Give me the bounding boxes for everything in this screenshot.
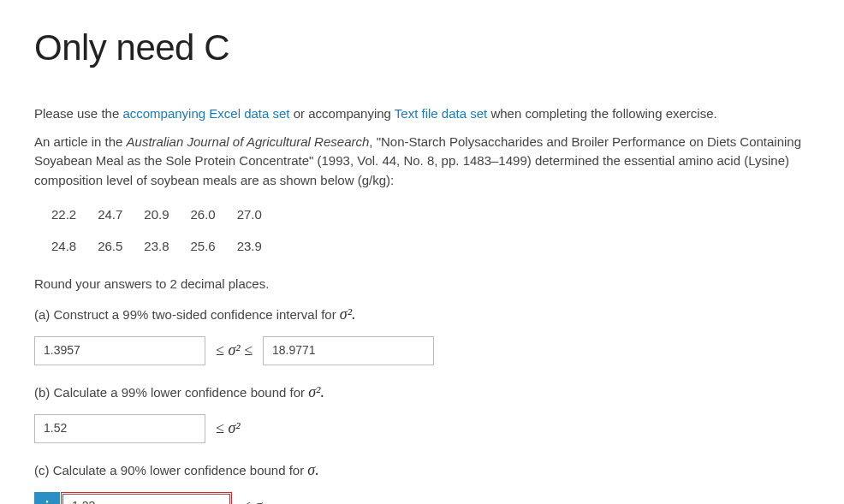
page-title: Only need C xyxy=(34,27,810,68)
inequality-leq-sigma: ≤ σ xyxy=(242,495,262,504)
sigma-squared-symbol: σ². xyxy=(308,383,324,400)
part-c-prompt: (c) Calculate a 90% lower confidence bou… xyxy=(34,459,810,482)
data-cell: 20.9 xyxy=(144,205,187,225)
excel-data-link[interactable]: accompanying Excel data set xyxy=(122,106,289,121)
info-icon[interactable]: i xyxy=(34,492,60,505)
data-row-2: 24.8 26.5 23.8 25.6 23.9 xyxy=(51,237,810,257)
part-a-prompt: (a) Construct a 99% two-sided confidence… xyxy=(34,303,810,326)
sigma-symbol: σ. xyxy=(307,461,318,478)
journal-title: Australian Journal of Agricultural Resea… xyxy=(127,134,370,149)
inequality-sigma2-between: ≤ σ² ≤ xyxy=(216,339,253,362)
content-area: Please use the accompanying Excel data s… xyxy=(34,104,810,504)
text-data-link[interactable]: Text file data set xyxy=(395,106,487,121)
part-a-answer-row: 1.3957 ≤ σ² ≤ 18.9771 xyxy=(34,336,810,365)
data-cell: 26.0 xyxy=(191,205,234,225)
data-row-1: 22.2 24.7 20.9 26.0 27.0 xyxy=(51,205,810,225)
data-cell: 25.6 xyxy=(191,237,234,257)
sigma-squared-symbol: σ². xyxy=(340,305,356,323)
part-c-answer-row: i 1.23 ≤ σ xyxy=(34,492,810,505)
data-cell: 23.8 xyxy=(144,237,187,257)
part-a-upper-input[interactable]: 18.9771 xyxy=(263,336,434,365)
part-c-attempt-group: i 1.23 xyxy=(34,492,232,505)
data-cell: 23.9 xyxy=(237,237,280,257)
data-cell: 27.0 xyxy=(237,205,280,225)
article-paragraph: An article in the Australian Journal of … xyxy=(34,133,810,191)
data-cell: 24.7 xyxy=(98,205,140,225)
data-cell: 24.8 xyxy=(51,237,94,257)
intro-mid: or accompanying xyxy=(290,106,395,121)
part-c-text: (c) Calculate a 90% lower confidence bou… xyxy=(34,463,307,477)
intro-prefix: Please use the xyxy=(34,106,122,121)
part-a-lower-input[interactable]: 1.3957 xyxy=(34,336,205,365)
part-b-text: (b) Calculate a 99% lower confidence bou… xyxy=(34,385,308,400)
data-cell: 22.2 xyxy=(51,205,94,225)
intro-paragraph: Please use the accompanying Excel data s… xyxy=(34,104,810,124)
intro-suffix: when completing the following exercise. xyxy=(487,106,716,121)
inequality-leq-sigma2: ≤ σ² xyxy=(216,417,241,440)
part-b-lower-input[interactable]: 1.52 xyxy=(34,414,205,443)
part-b-prompt: (b) Calculate a 99% lower confidence bou… xyxy=(34,381,810,404)
data-cell: 26.5 xyxy=(98,237,140,257)
round-note: Round your answers to 2 decimal places. xyxy=(34,275,810,294)
part-b-answer-row: 1.52 ≤ σ² xyxy=(34,414,810,443)
data-table: 22.2 24.7 20.9 26.0 27.0 24.8 26.5 23.8 … xyxy=(51,205,810,256)
part-a-text: (a) Construct a 99% two-sided confidence… xyxy=(34,307,340,322)
part-c-lower-input[interactable]: 1.23 xyxy=(61,492,232,505)
article-prefix: An article in the xyxy=(34,134,127,149)
